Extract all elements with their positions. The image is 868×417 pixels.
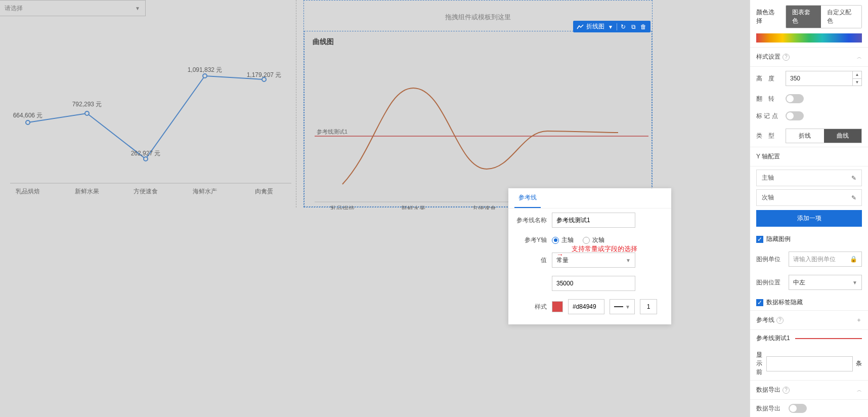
line-style-select[interactable]: ▼	[610, 299, 635, 314]
left-line-chart-panel: 请选择 ▼ 664,606 元 792,293 元 262,927 元 1,09…	[0, 0, 296, 207]
curve-chart: 参考线测试1 乳品烘焙新鲜水果方便速食	[305, 53, 654, 210]
add-icon[interactable]: ＋	[856, 316, 862, 324]
drop-canvas: 拖拽组件或模板到这里 折线图 ▾ ↻ ⧉ 🗑 曲线图 参考线测试1 乳品烘焙新鲜…	[303, 0, 653, 207]
data-label: 664,606 元	[13, 112, 43, 119]
svg-text:方便速食: 方便速食	[134, 188, 158, 195]
chart-toolbar: 折线图 ▾ ↻ ⧉ 🗑	[573, 21, 650, 32]
hide-data-label-label: 数据标签隐藏	[766, 298, 803, 307]
svg-text:乳品烘焙: 乳品烘焙	[330, 205, 355, 210]
show-top-label: 显示前	[756, 351, 763, 377]
color-picker[interactable]	[552, 301, 563, 312]
svg-text:肉禽蛋: 肉禽蛋	[255, 188, 273, 195]
chart-type-label[interactable]: 折线图	[586, 22, 604, 31]
color-hex-input[interactable]	[568, 299, 604, 314]
delete-icon[interactable]: 🗑	[639, 23, 647, 31]
refline-section-header[interactable]: 参考线? ＋	[750, 310, 868, 330]
marker-label: 标 记 点	[756, 112, 780, 120]
tab-refline[interactable]: 参考线	[514, 188, 541, 208]
svg-point-4	[203, 74, 207, 78]
refline-name-label: 参考线名称	[516, 216, 547, 225]
ref-yaxis-label: 参考Y轴	[516, 236, 547, 244]
legend-pos-select[interactable]: 中左 ▼	[789, 275, 862, 290]
style-label: 样式	[516, 303, 547, 311]
help-icon: ?	[783, 54, 790, 61]
flip-label: 翻 转	[756, 95, 780, 103]
line-width-input[interactable]	[640, 299, 657, 314]
svg-text:海鲜水产: 海鲜水产	[193, 188, 217, 195]
refline-config-popup: 参考线 参考线名称 参考Y轴 主轴 次轴 值 常量 ▼ 样式	[508, 188, 671, 324]
secondary-axis-item[interactable]: 次轴 ✎	[756, 189, 862, 206]
color-palette[interactable]	[756, 33, 862, 43]
spinner-down-icon[interactable]: ▼	[853, 79, 861, 86]
svg-text:方便速食: 方便速食	[472, 205, 496, 210]
value-input[interactable]	[552, 276, 635, 291]
hide-legend-checkbox[interactable]: ✓	[756, 236, 763, 243]
help-icon: ?	[783, 387, 790, 394]
color-select-label: 颜色选择	[756, 8, 779, 25]
select-placeholder: 请选择	[5, 4, 23, 13]
export-label: 数据导出	[756, 404, 784, 413]
edit-icon[interactable]: ✎	[851, 175, 856, 182]
hide-data-label-checkbox[interactable]: ✓	[756, 299, 763, 306]
main-axis-item[interactable]: 主轴 ✎	[756, 170, 862, 186]
line-chart-icon	[576, 23, 584, 31]
svg-point-3	[144, 157, 148, 161]
data-label: 262,927 元	[131, 150, 161, 157]
chevron-up-icon: ︿	[857, 387, 862, 394]
svg-point-1	[26, 120, 30, 124]
refline-item[interactable]: 参考线测试1	[750, 330, 868, 347]
flip-toggle[interactable]	[786, 94, 804, 103]
series-select[interactable]: 请选择 ▼	[0, 0, 146, 16]
spinner-up-icon[interactable]: ▲	[853, 71, 861, 79]
chevron-down-icon: ▼	[626, 258, 631, 263]
svg-text:新鲜水果: 新鲜水果	[75, 188, 99, 195]
svg-text:参考线测试1: 参考线测试1	[317, 129, 348, 135]
height-label: 高 度	[756, 74, 780, 83]
chevron-down-icon[interactable]: ▾	[606, 23, 615, 31]
line-chart: 664,606 元 792,293 元 262,927 元 1,091,832 …	[0, 16, 296, 203]
type-curve-btn[interactable]: 曲线	[824, 129, 862, 143]
items-unit: 条	[856, 359, 862, 368]
type-label: 类 型	[756, 132, 780, 140]
legend-unit-label: 图例单位	[756, 255, 784, 264]
copy-icon[interactable]: ⧉	[629, 23, 637, 31]
value-label: 值	[516, 256, 547, 265]
lock-icon: 🔒	[850, 256, 857, 263]
export-section-header[interactable]: 数据导出? ︿	[750, 380, 868, 400]
type-line-btn[interactable]: 折线	[786, 129, 824, 143]
legend-pos-label: 图例位置	[756, 278, 784, 287]
annotation-arrow-icon: →	[556, 251, 563, 259]
export-toggle[interactable]	[789, 404, 807, 413]
edit-icon[interactable]: ✎	[851, 194, 856, 201]
show-top-input[interactable]	[766, 356, 853, 371]
property-panel: 颜色选择 图表套色 自定义配色 样式设置? ︿ 高 度 350 ▲ ▼ 翻 转 …	[750, 0, 868, 417]
custom-color-tab[interactable]: 自定义配色	[821, 6, 861, 28]
help-icon: ?	[776, 317, 784, 324]
chevron-up-icon: ︿	[857, 54, 862, 61]
height-input[interactable]: 350 ▲ ▼	[786, 71, 862, 86]
svg-text:乳品烘焙: 乳品烘焙	[16, 188, 40, 195]
svg-text:新鲜水果: 新鲜水果	[401, 205, 425, 210]
refresh-icon[interactable]: ↻	[619, 23, 627, 31]
refline-name-input[interactable]	[552, 213, 635, 228]
theme-color-tab[interactable]: 图表套色	[786, 6, 821, 28]
value-type-select[interactable]: 常量 ▼	[552, 253, 635, 268]
radio-secondary-axis[interactable]: 次轴	[583, 236, 604, 244]
marker-toggle[interactable]	[786, 111, 804, 120]
annotation-text: 支持常量或字段的选择	[572, 244, 637, 254]
legend-unit-input[interactable]: 请输入图例单位 🔒	[789, 252, 862, 267]
radio-main-axis[interactable]: 主轴	[552, 236, 574, 244]
curve-chart-container[interactable]: 曲线图 参考线测试1 乳品烘焙新鲜水果方便速食	[304, 31, 652, 207]
data-label: 1,091,832 元	[188, 66, 223, 73]
chart-title: 曲线图	[305, 31, 652, 53]
style-section-header[interactable]: 样式设置? ︿	[750, 47, 868, 67]
refline-sample	[795, 338, 862, 339]
chevron-down-icon: ▼	[135, 6, 140, 11]
svg-point-2	[85, 111, 89, 115]
yaxis-section-header[interactable]: Y 轴配置	[750, 147, 868, 166]
hide-legend-label: 隐藏图例	[766, 235, 791, 243]
add-axis-button[interactable]: 添加一项	[756, 210, 862, 227]
chevron-down-icon: ▼	[852, 280, 857, 285]
data-label: 792,293 元	[72, 101, 102, 108]
data-label: 1,179,207 元	[247, 71, 282, 78]
